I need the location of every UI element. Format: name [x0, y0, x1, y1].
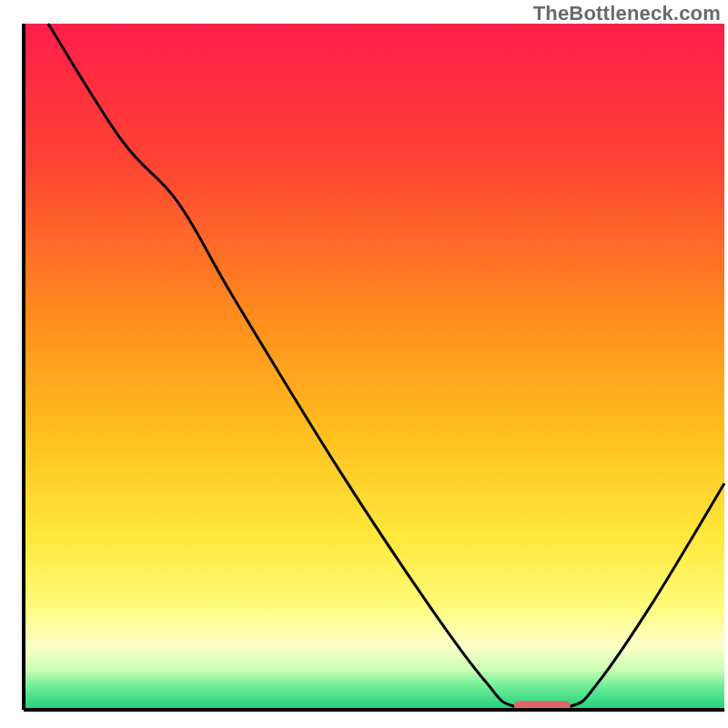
bottleneck-plot: [0, 0, 728, 728]
chart-container: TheBottleneck.com: [0, 0, 728, 728]
watermark-text: TheBottleneck.com: [533, 2, 721, 25]
gradient-background: [25, 24, 724, 708]
